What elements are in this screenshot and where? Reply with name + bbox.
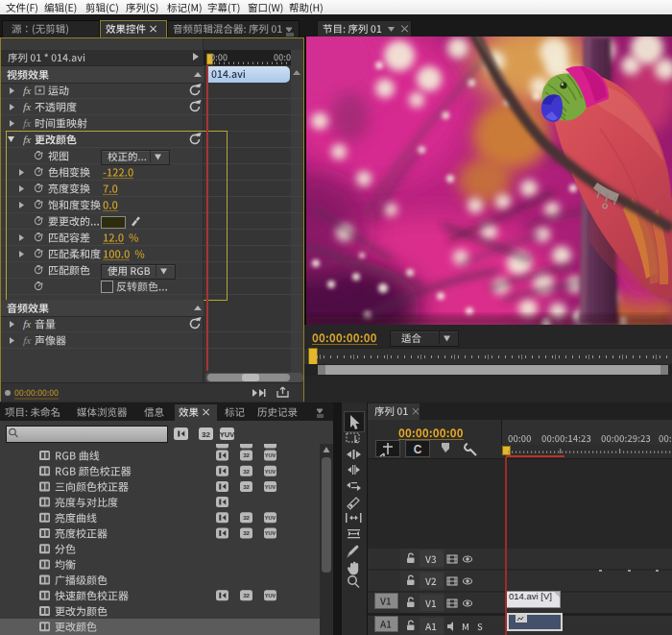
svg-text:32: 32 [243, 515, 250, 521]
svg-text:fx: fx [23, 335, 32, 347]
svg-text:YUV: YUV [265, 593, 276, 598]
svg-text:fx: fx [23, 118, 32, 130]
svg-text:YUV: YUV [265, 452, 276, 458]
svg-text:32: 32 [202, 430, 210, 439]
svg-text:32: 32 [243, 484, 250, 490]
svg-text:32: 32 [243, 452, 250, 458]
svg-text:YUV: YUV [265, 530, 276, 536]
svg-text:fx: fx [23, 134, 32, 146]
svg-text:32: 32 [243, 593, 250, 598]
svg-text:32: 32 [243, 469, 250, 475]
svg-text:YUV: YUV [265, 469, 276, 475]
svg-text:fx: fx [23, 319, 32, 330]
svg-text:fx: fx [23, 85, 32, 97]
svg-text:014.avi [V]: 014.avi [V] [509, 591, 552, 601]
svg-text:YUV: YUV [220, 430, 234, 439]
svg-text:C: C [414, 443, 422, 456]
svg-text:YUV: YUV [265, 515, 276, 521]
svg-text:YUV: YUV [265, 484, 276, 490]
svg-text:32: 32 [243, 530, 250, 536]
svg-text:fx: fx [23, 102, 32, 113]
